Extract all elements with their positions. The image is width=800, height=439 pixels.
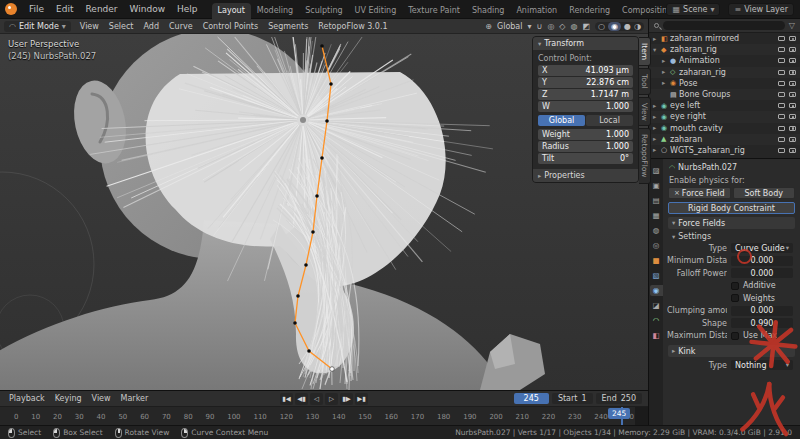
viewport-visibility-toggle[interactable] (778, 58, 785, 63)
additive-checkbox[interactable]: Additive (731, 281, 793, 290)
curve-control-point[interactable] (315, 194, 319, 198)
blender-logo-icon[interactable] (5, 3, 17, 15)
workspace-tab[interactable]: Layout (212, 3, 251, 19)
curve-control-point[interactable] (311, 230, 315, 234)
expander-icon[interactable]: ▸ (662, 57, 670, 65)
render-visibility-toggle[interactable] (789, 103, 796, 108)
gizmo-toggle-icon[interactable]: ◇ (559, 22, 565, 31)
timeline-menu-item[interactable]: Playback (4, 394, 50, 403)
topbar-menu-item[interactable]: Help (171, 4, 204, 14)
coordinate-field[interactable]: W 1.000 (538, 101, 633, 112)
viewport-visibility-toggle[interactable] (778, 148, 785, 153)
workspace-tab[interactable]: Shading (466, 3, 511, 19)
outliner-item-label[interactable]: WGTS_zaharan_rig (670, 146, 778, 155)
properties-tab-icon[interactable]: ◉ (650, 285, 663, 296)
properties-tab-icon[interactable]: ■ (650, 255, 663, 266)
expander-icon[interactable]: ▸ (653, 124, 661, 132)
coordinate-field[interactable]: X 41.093 µm (538, 65, 633, 76)
breadcrumb-label[interactable]: NurbsPath.027 (678, 163, 737, 172)
transform-panel-header[interactable]: ▾ Transform (533, 37, 638, 50)
kink-section-header[interactable]: ▸ Kink (668, 345, 795, 357)
outliner-item-label[interactable]: Animation (679, 56, 778, 65)
viewport-visibility-toggle[interactable] (778, 92, 785, 97)
shape-field[interactable]: 0.990 (731, 318, 793, 328)
point-slider-field[interactable]: Radius 1.000 (538, 141, 633, 152)
outliner-item-label[interactable]: zaharan mirrored (670, 34, 778, 43)
transport-button[interactable]: ▮◀ (280, 393, 293, 405)
transport-button[interactable]: ▮▶ (340, 393, 353, 405)
properties-tab-icon[interactable]: ▧ (650, 270, 663, 281)
outliner-item-label[interactable]: zaharan_rig (679, 68, 778, 77)
outliner-row[interactable]: ▤ Bone Groups (649, 89, 800, 100)
render-visibility-toggle[interactable] (789, 148, 796, 153)
properties-tab-icon[interactable]: ◠ (650, 315, 663, 326)
viewport-visibility-toggle[interactable] (778, 47, 785, 52)
outliner-row[interactable]: ▸ ◧ zaharan mirrored (649, 33, 800, 44)
curve-control-point[interactable] (307, 349, 311, 353)
rendered-shading-icon[interactable]: ◑ (634, 22, 641, 31)
proportional-editing-icon[interactable]: ◎ (547, 22, 554, 31)
viewport-canvas[interactable]: User Perspective (245) NurbsPath.027 ▾ T… (0, 34, 648, 390)
outliner-row[interactable]: ▸ ▲ zaharan (649, 134, 800, 145)
workspace-tab[interactable]: Animation (510, 3, 563, 19)
outliner-row[interactable]: ▸ ◉ eye left (649, 100, 800, 111)
n-panel-tab[interactable]: Tool (639, 68, 651, 95)
point-slider-field[interactable]: Tilt 0° (538, 153, 633, 164)
force-type-dropdown[interactable]: Curve Guide ▾ (731, 243, 793, 253)
timeline-menu-item[interactable]: Marker (116, 394, 154, 403)
viewport-visibility-toggle[interactable] (778, 126, 785, 131)
n-panel-tab[interactable]: RetopoFlow (639, 128, 651, 184)
expander-icon[interactable]: ▾ (653, 46, 661, 54)
outliner-row[interactable]: ▸ ○ WGTS_zaharan_rig (649, 145, 800, 156)
overlays-toggle-icon[interactable]: ◍ (571, 22, 578, 31)
curve-control-point[interactable] (325, 119, 329, 123)
expander-icon[interactable]: ▸ (662, 68, 670, 76)
viewport-visibility-toggle[interactable] (778, 70, 785, 75)
viewport-menu-item[interactable]: Curve (164, 22, 198, 31)
expander-icon[interactable]: ▸ (653, 102, 661, 110)
topbar-menu-item[interactable]: Render (80, 4, 124, 14)
curve-control-point[interactable] (296, 294, 300, 298)
viewport-menu-item[interactable]: Select (104, 22, 139, 31)
n-panel-tab[interactable]: View (639, 97, 651, 127)
workspace-tab[interactable]: UV Editing (349, 3, 403, 19)
viewport-visibility-toggle[interactable] (778, 81, 785, 86)
outliner-row[interactable]: ▸ ● Animation (649, 55, 800, 66)
topbar-menu-item[interactable]: File (23, 4, 50, 14)
transport-button[interactable]: ▶▮ (355, 393, 368, 405)
start-frame-field[interactable]: Start 1 (552, 393, 593, 404)
render-visibility-toggle[interactable] (789, 58, 796, 63)
outliner-row[interactable]: ▸ ◇ zaharan_rig (649, 67, 800, 78)
curve-control-point[interactable] (320, 44, 324, 48)
workspace-tab[interactable]: Compositing (616, 3, 666, 19)
rigid-body-constraint-button[interactable]: Rigid Body Constraint (668, 202, 795, 214)
outliner-item-label[interactable]: eye left (670, 101, 778, 110)
outliner-row[interactable]: ▾ ◆ zaharan_rig (649, 44, 800, 55)
timeline-menu-item[interactable]: View (87, 394, 116, 403)
properties-tab-icon[interactable]: ◎ (650, 240, 663, 251)
curve-control-point[interactable] (320, 156, 324, 160)
workspace-tab[interactable]: Modeling (251, 3, 299, 19)
workspace-tab[interactable]: Sculpting (299, 3, 348, 19)
properties-tab-icon[interactable]: ◧ (650, 330, 663, 341)
viewport-visibility-toggle[interactable] (778, 36, 785, 41)
clumping-field[interactable]: 0.000 (731, 306, 793, 316)
properties-panel-header[interactable]: ▸ Properties (533, 169, 638, 182)
min-distance-field[interactable]: 0.000 (731, 256, 793, 266)
render-visibility-toggle[interactable] (789, 47, 796, 52)
expander-icon[interactable]: ▸ (653, 146, 661, 154)
viewport-visibility-toggle[interactable] (778, 137, 785, 142)
expander-icon[interactable]: ▸ (662, 79, 670, 87)
outliner-item-label[interactable]: Pose (679, 79, 778, 88)
properties-tab-icon[interactable]: ▦ (650, 210, 663, 221)
space-toggle-button[interactable]: Local (586, 115, 633, 126)
render-visibility-toggle[interactable] (789, 36, 796, 41)
workspace-tab[interactable]: Rendering (563, 3, 616, 19)
outliner-search-input[interactable] (663, 21, 785, 30)
workspace-tab[interactable]: Texture Paint (402, 3, 466, 19)
outliner-item-label[interactable]: eye right (670, 112, 778, 121)
topbar-menu-item[interactable]: Edit (50, 4, 79, 14)
viewport-menu-item[interactable]: RetopoFlow 3.0.1 (313, 22, 392, 31)
force-field-button[interactable]: × Force Field (668, 187, 731, 199)
curve-control-point[interactable] (293, 321, 297, 325)
